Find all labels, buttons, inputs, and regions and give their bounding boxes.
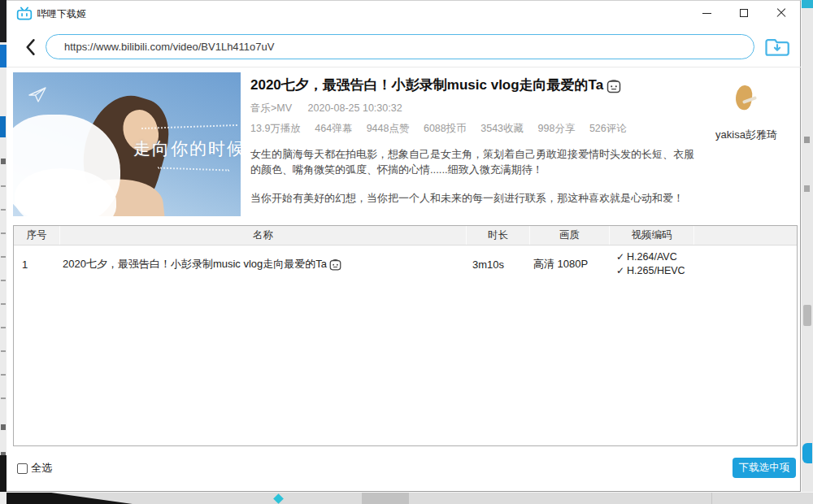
stat-likes: 9448点赞 (367, 123, 410, 134)
title-bar: 哔哩下载姬 (7, 1, 800, 25)
row-name: 2020七夕，最强告白！小彭录制music vlog走向最爱的Ta (60, 257, 467, 272)
video-publish-time: 2020-08-25 10:30:32 (308, 102, 402, 114)
background-photo-fragment (0, 0, 7, 42)
bilibili-tv-icon (16, 7, 33, 20)
select-all-label: 全选 (31, 461, 52, 476)
section-divider (7, 67, 801, 67)
background-cyan-fragment (802, 0, 813, 8)
background-button-fragment (802, 443, 812, 463)
table-header-row: 序号 名称 时长 画质 视频编码 (14, 226, 797, 245)
app-window: 哔哩下载姬 (7, 0, 801, 492)
background-button-fragment (362, 493, 409, 504)
paper-plane-doodle-icon (26, 84, 49, 105)
maximize-icon (740, 9, 748, 17)
table-row[interactable]: 1 2020七夕，最强告白！小彭录制music vlog走向最爱的Ta 3m10… (14, 245, 797, 283)
stat-plays: 13.9万播放 (250, 123, 301, 134)
video-title-row: 2020七夕，最强告白！小彭录制music vlog走向最爱的Ta (250, 76, 704, 94)
check-icon: ✓ (616, 264, 624, 278)
background-window-left-sliver (0, 0, 7, 504)
download-folder-button[interactable] (763, 36, 792, 59)
video-title: 2020七夕，最强告白！小彭录制music vlog走向最爱的Ta (250, 76, 603, 94)
bride-emote-icon (606, 79, 621, 93)
video-stats: 13.9万播放 464弹幕 9448点赞 6088投币 3543收藏 998分享… (250, 122, 704, 136)
video-info: 2020七夕，最强告白！小彭录制music vlog走向最爱的Ta 音乐>MV … (250, 76, 704, 206)
row-title-text: 2020七夕，最强告白！小彭录制music vlog走向最爱的Ta (63, 257, 327, 272)
select-all-checkbox[interactable] (17, 463, 28, 474)
uploader-card: yakisa彭雅琦 (693, 74, 799, 142)
description-paragraph: 当你开始有美好的幻想，当你把一个人和未来的每一刻进行联系，那这种喜欢就是心动和爱… (250, 190, 699, 206)
row-duration: 3m10s (467, 259, 530, 271)
background-text-fragment (804, 185, 810, 192)
header-codec: 视频编码 (610, 226, 694, 245)
background-text-fragment (1, 424, 6, 430)
window-title: 哔哩下载姬 (37, 7, 86, 21)
row-index: 1 (14, 259, 60, 271)
nav-bar (7, 28, 800, 66)
select-all-control[interactable]: 全选 (17, 461, 52, 476)
check-icon: ✓ (616, 250, 624, 264)
background-text-fragment (1, 159, 6, 164)
header-empty (694, 226, 797, 245)
stat-favorites: 3543收藏 (480, 123, 524, 134)
maximize-button[interactable] (730, 1, 758, 25)
arrow-down-icon (775, 45, 780, 50)
thumbnail-scribble-text (158, 167, 229, 171)
stat-danmaku: 464弹幕 (315, 123, 352, 134)
background-window-right-sliver (801, 0, 813, 504)
minimize-icon (702, 13, 711, 14)
url-input[interactable] (64, 36, 739, 58)
back-button[interactable] (21, 37, 39, 57)
bride-emote-icon (329, 259, 341, 271)
description-paragraph: 女生的脑海每天都在拍电影，想象自己是女主角，策划着自己勇敢迎接爱情时头发的长短、… (250, 146, 699, 177)
video-meta: 音乐>MV 2020-08-25 10:30:32 (250, 102, 704, 115)
background-divider (711, 493, 712, 504)
row-quality: 高清 1080P (530, 257, 610, 272)
stat-comments: 526评论 (589, 123, 627, 134)
video-parts-table: 序号 名称 时长 画质 视频编码 1 2020七夕，最强告白！小彭录制music… (13, 225, 798, 446)
url-input-pill (46, 34, 754, 59)
background-blue-fragment (0, 116, 6, 137)
background-tree-chevrons (1, 185, 6, 421)
background-blue-fragment (0, 45, 7, 67)
background-photo-fragment (7, 493, 138, 504)
row-codecs: ✓ H.264/AVC ✓ H.265/HEVC (610, 250, 797, 278)
codec-label: H.264/AVC (627, 250, 677, 264)
screen: 哔哩下载姬 (0, 0, 813, 504)
codec-option-h265[interactable]: ✓ H.265/HEVC (616, 264, 797, 278)
video-thumbnail: 走向你的时候 (13, 72, 241, 216)
video-description: 女生的脑海每天都在拍电影，想象自己是女主角，策划着自己勇敢迎接爱情时头发的长短、… (250, 146, 699, 206)
uploader-name: yakisa彭雅琦 (693, 128, 799, 142)
background-scrollbar-fragment (803, 305, 811, 326)
stat-shares: 998分享 (538, 123, 576, 134)
uploader-avatar (723, 74, 770, 121)
video-category: 音乐>MV (250, 102, 292, 114)
background-icon-fragment (273, 493, 284, 504)
header-quality: 画质 (530, 226, 610, 245)
background-window-bottom-sliver (7, 492, 813, 504)
download-selected-button[interactable]: 下载选中项 (733, 458, 796, 478)
close-icon (776, 8, 786, 18)
back-chevron-icon (28, 40, 34, 54)
header-index: 序号 (14, 226, 60, 245)
header-duration: 时长 (467, 226, 530, 245)
header-name: 名称 (60, 226, 467, 245)
codec-option-h264[interactable]: ✓ H.264/AVC (616, 250, 797, 264)
background-photo-fragment (0, 455, 7, 492)
stat-coins: 6088投币 (424, 123, 467, 134)
close-button[interactable] (767, 1, 795, 25)
background-text-fragment (804, 137, 810, 143)
minimize-button[interactable] (693, 1, 720, 25)
thumbnail-caption: 走向你的时候 (133, 137, 241, 160)
codec-label: H.265/HEVC (627, 264, 685, 278)
